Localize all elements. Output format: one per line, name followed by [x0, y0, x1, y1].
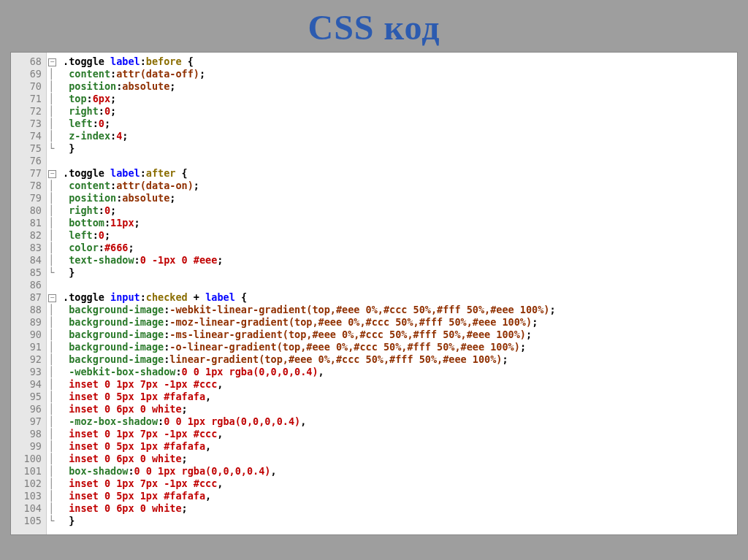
code-token [63, 341, 69, 353]
line-number: 72 [14, 105, 42, 118]
code-token: inset 0 1px 7px -1px #ccc [69, 378, 217, 390]
code-token: : [87, 93, 93, 104]
fold-indicator: │ [47, 415, 63, 428]
line-number: 76 [14, 155, 42, 167]
fold-indicator: │ [47, 453, 63, 465]
code-line: │ background-image:-webkit-linear-gradie… [47, 304, 737, 316]
code-token: position [69, 192, 116, 204]
code-token: left [69, 229, 93, 241]
code-token: , [318, 366, 324, 377]
code-token: ; [502, 353, 508, 365]
code-token [63, 217, 69, 229]
code-token: + [188, 291, 205, 303]
code-token: , [300, 415, 306, 427]
line-number: 81 [14, 217, 42, 229]
code-line: │ right:0; [47, 204, 737, 217]
fold-indicator: └ [47, 266, 63, 279]
code-token: toggle [69, 167, 110, 179]
code-token: . [63, 55, 69, 67]
code-token: } [63, 142, 75, 154]
code-line: −.toggle label:before { [47, 55, 737, 68]
code-token: : [99, 242, 104, 253]
code-token: ; [128, 242, 134, 253]
code-token [63, 304, 69, 315]
code-token: ; [134, 217, 140, 229]
line-number-gutter: 6869707172737475767778798081828384858687… [11, 53, 47, 534]
code-token: , [205, 391, 211, 402]
code-token: background-image [69, 329, 164, 340]
code-token: ; [194, 180, 199, 191]
line-number: 84 [14, 254, 42, 266]
code-token: 6px [93, 93, 110, 104]
code-token [63, 118, 69, 129]
code-line: −.toggle input:checked + label { [47, 291, 737, 304]
fold-indicator: │ [47, 428, 63, 440]
code-line: │ content:attr(data-off); [47, 68, 737, 80]
fold-indicator: └ [47, 142, 63, 155]
code-line: └ } [47, 266, 737, 279]
code-token: input [110, 291, 140, 303]
code-token: , [217, 428, 223, 440]
code-token: -moz-linear-gradient(top,#eee 0%,#ccc 50… [169, 316, 532, 328]
code-token: . [63, 167, 69, 179]
code-token: : [140, 55, 146, 67]
line-number: 91 [14, 341, 42, 353]
line-number: 103 [14, 490, 42, 502]
code-token: position [69, 80, 116, 92]
code-token [63, 254, 69, 266]
code-token: -moz-box-shadow [69, 415, 158, 427]
line-number: 83 [14, 242, 42, 254]
line-number: 99 [14, 440, 42, 453]
code-token: , [205, 440, 211, 452]
code-token: ; [110, 204, 116, 216]
code-token: : [104, 217, 110, 229]
code-token: content [69, 68, 110, 80]
code-token: 0 -1px 0 #eee [140, 254, 218, 266]
code-token: -o-linear-gradient(top,#eee 0%,#ccc 50%,… [169, 341, 520, 353]
line-number: 70 [14, 80, 42, 93]
code-token: label [110, 55, 140, 67]
fold-collapse-icon[interactable]: − [48, 58, 56, 66]
fold-indicator: │ [47, 93, 63, 105]
line-number: 71 [14, 93, 42, 105]
fold-indicator[interactable]: − [47, 167, 63, 180]
code-token: : [175, 366, 181, 377]
code-token: toggle [69, 55, 110, 67]
fold-indicator: │ [47, 130, 63, 142]
code-token: inset 0 1px 7px -1px #ccc [69, 428, 217, 440]
code-token: inset 0 5px 1px #fafafa [69, 490, 205, 502]
code-token: } [63, 266, 75, 278]
line-number: 79 [14, 192, 42, 204]
code-token: : [140, 291, 146, 303]
code-line: │ text-shadow:0 -1px 0 #eee; [47, 254, 737, 266]
code-token: : [93, 229, 99, 241]
code-token [63, 428, 69, 440]
code-line: │ inset 0 6px 0 white; [47, 403, 737, 415]
code-token: , [217, 378, 223, 390]
code-line: │ z-index:4; [47, 130, 737, 142]
fold-indicator: │ [47, 403, 63, 415]
fold-indicator[interactable]: − [47, 55, 63, 68]
line-number: 77 [14, 167, 42, 180]
line-number: 100 [14, 453, 42, 465]
fold-indicator: │ [47, 391, 63, 403]
fold-indicator: │ [47, 378, 63, 391]
code-token [63, 105, 69, 117]
line-number: 82 [14, 229, 42, 242]
code-token [63, 391, 69, 402]
fold-indicator: │ [47, 316, 63, 329]
fold-indicator: │ [47, 341, 63, 353]
code-token: 0 0 1px rgba(0,0,0,0.4) [182, 366, 318, 377]
code-token [63, 68, 69, 80]
code-line: │ left:0; [47, 118, 737, 130]
fold-collapse-icon[interactable]: − [48, 170, 56, 178]
code-token: 11px [110, 217, 134, 229]
line-number: 101 [14, 465, 42, 477]
code-token: -ms-linear-gradient(top,#eee 0%,#ccc 50%… [169, 329, 526, 340]
code-token: 0 0 1px rgba(0,0,0,0.4) [134, 465, 271, 477]
fold-indicator: │ [47, 440, 63, 453]
fold-indicator[interactable]: − [47, 291, 63, 304]
code-line: └ } [47, 142, 737, 155]
code-line: −.toggle label:after { [47, 167, 737, 180]
fold-collapse-icon[interactable]: − [48, 294, 56, 302]
